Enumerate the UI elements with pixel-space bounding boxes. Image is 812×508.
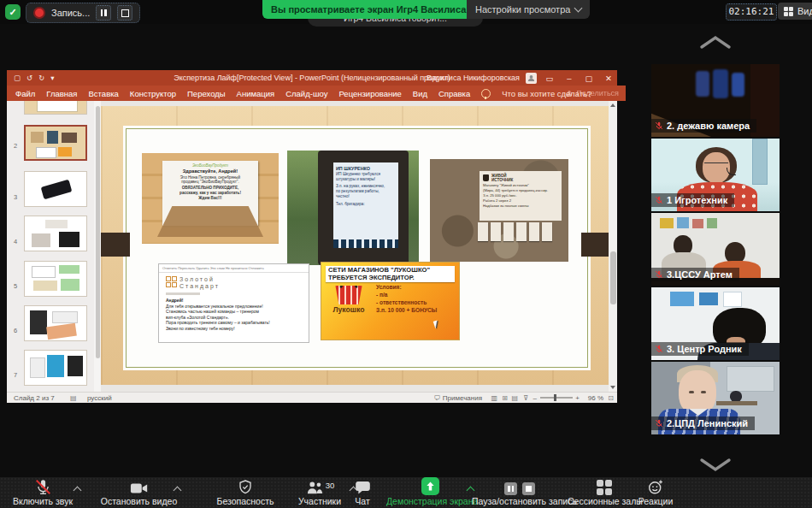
fit-to-window-icon[interactable]: ⊡ [608, 394, 614, 402]
security-shield-icon[interactable]: ✓ [5, 4, 21, 20]
meeting-timer: 02:16:21 [726, 3, 777, 21]
tab-view[interactable]: Вид [413, 89, 427, 98]
tab-help[interactable]: Справка [438, 89, 470, 98]
zoom-slider-thumb[interactable] [554, 394, 556, 401]
scrollbar-thumb[interactable] [610, 251, 616, 304]
recording-indicator: Запись... [26, 3, 140, 23]
notes-button[interactable]: 🗩 Примечания [434, 394, 482, 402]
muted-mic-icon [34, 479, 52, 495]
stop-recording-button[interactable] [117, 5, 132, 21]
normal-view-icon[interactable]: ▥ [491, 394, 497, 402]
record-dot-icon [33, 7, 45, 19]
video-thumbnail[interactable]: 2.ЦПД Ленинский [651, 362, 780, 434]
email-toolbar: Ответить Переслать Удалить Это спам Не п… [159, 264, 309, 273]
slide-thumbnail-3[interactable] [24, 171, 87, 207]
tab-home[interactable]: Главная [46, 89, 77, 98]
video-thumbnail[interactable]: 1 Игротехник [651, 139, 780, 211]
slide-thumbnail-7[interactable] [24, 350, 87, 386]
muted-mic-icon [655, 345, 663, 353]
reading-view-icon[interactable]: ▤ [511, 394, 518, 402]
breakout-rooms-icon [597, 480, 612, 495]
slide-thumbnail-1[interactable] [24, 101, 87, 115]
meeting-top-bar: ✓ Запись... Игр4 Василиса говорит... Вы … [0, 0, 812, 24]
quick-access-toolbar[interactable]: ▢ ↺ ↻ ▾ [14, 74, 55, 82]
zoom-in-button[interactable]: + [575, 394, 580, 402]
slide-thumbnail-2-selected[interactable] [24, 125, 87, 161]
tear-off-fringe [333, 239, 398, 248]
unmute-button[interactable]: Включить звук [3, 479, 82, 506]
slide-counter: Слайд 2 из 7 [14, 394, 55, 402]
shield-icon [238, 479, 253, 495]
ribbon-tab-bar: Файл Главная Вставка Конструктор Переход… [7, 86, 626, 101]
slide-thumbnail-6[interactable] [24, 305, 87, 341]
scroll-down-arrow[interactable] [610, 386, 615, 389]
zoom-level[interactable]: 96 % [588, 394, 603, 402]
view-button[interactable]: Вид [778, 3, 812, 20]
account-name: Василиса Никифоровская [427, 74, 520, 82]
pause-record-icon[interactable] [504, 482, 517, 495]
reactions-button[interactable]: Реакции [631, 479, 680, 506]
tab-design[interactable]: Конструктор [130, 89, 176, 98]
undo-icon[interactable]: ↺ [26, 74, 32, 82]
slideshow-view-icon[interactable]: ⊽ [523, 394, 528, 402]
close-button[interactable]: ✕ [602, 74, 615, 83]
person-icon [566, 90, 573, 97]
video-thumbnail[interactable]: 3. Центр Родник [651, 287, 780, 360]
share-banner-text: Вы просматриваете экран Игр4 Василиса [271, 4, 466, 15]
tab-insert[interactable]: Вставка [89, 89, 119, 98]
chevron-down-icon [574, 4, 583, 13]
restore-button[interactable]: ▢ [582, 74, 596, 83]
language-indicator[interactable]: русский [87, 394, 112, 402]
security-button[interactable]: Безопасность [208, 479, 283, 506]
video-thumbnail[interactable]: 3.ЦССУ Артем [651, 213, 780, 286]
tab-animations[interactable]: Анимация [237, 89, 275, 98]
participant-name-label: 2.ЦПД Ленинский [651, 416, 755, 430]
stop-record-icon[interactable] [522, 482, 535, 495]
slide-left-clip [101, 233, 130, 257]
slide-image-bulletin-ad: ЖИВОЙ ИСТОЧНИК Магазину "Живой источник"… [430, 159, 568, 262]
scroll-up-arrow[interactable] [610, 103, 615, 107]
share-screen-button[interactable]: Демонстрация экрана [386, 479, 474, 506]
chat-button[interactable]: Чат [340, 479, 385, 506]
zoom-out-button[interactable]: – [533, 394, 537, 402]
editor-scrollbar[interactable] [609, 101, 617, 392]
cup-logo-icon [483, 174, 489, 181]
scroll-participants-up-chevron[interactable] [697, 32, 734, 51]
person-icon [527, 74, 535, 82]
powerpoint-title-bar: ▢ ↺ ↻ ▾ Экспертиза Лайф[Protected View] … [7, 70, 617, 86]
participants-count: 30 [326, 481, 335, 490]
slide-thumbnail-4[interactable] [24, 216, 87, 251]
tab-transitions[interactable]: Переходы [187, 89, 226, 98]
participant-name-label: 1 Игротехник [651, 193, 734, 207]
customize-qat-icon[interactable]: ▾ [50, 74, 54, 82]
slide-editor-area: ЭкоБиоВауПродукт Здравствуйте, Андрей! Э… [101, 101, 609, 392]
zoom-slider[interactable] [540, 397, 573, 399]
ribbon-display-options-icon[interactable]: ▭ [543, 74, 556, 83]
accessibility-icon[interactable]: ▤ [70, 394, 77, 402]
save-icon[interactable]: ▢ [14, 74, 21, 82]
participant-name-label: 3.ЦССУ Артем [651, 268, 739, 281]
powerpoint-status-bar: Слайд 2 из 7 ▤ русский 🗩 Примечания ▥ ⊞ … [7, 392, 617, 403]
redo-icon[interactable]: ↻ [38, 74, 44, 82]
video-thumbnail[interactable]: 2. дежавю камера [651, 64, 780, 137]
slide-thumbnail-5[interactable] [24, 261, 87, 297]
slide-thumbnail-panel: 2 3 4 5 [7, 101, 101, 392]
pause-recording-button[interactable] [96, 5, 111, 21]
minimize-button[interactable]: – [562, 74, 576, 83]
scroll-participants-down-chevron[interactable] [697, 456, 734, 475]
zoom-meeting-window: ✓ Запись... Игр4 Василиса говорит... Вы … [0, 0, 812, 508]
reactions-smiley-icon [647, 479, 664, 495]
view-options-dropdown[interactable]: Настройки просмотра [467, 0, 590, 19]
tab-review[interactable]: Рецензирование [338, 89, 401, 98]
thumbnail-scrollbar[interactable] [94, 101, 101, 392]
current-slide: ЭкоБиоВауПродукт Здравствуйте, Андрей! Э… [101, 106, 609, 385]
share-button[interactable]: Поделиться [566, 89, 619, 97]
email-meta-line [166, 292, 200, 295]
basket-icon [334, 286, 363, 304]
pause-stop-recording-button[interactable]: Пауза/остановить запись [472, 479, 568, 506]
tab-file[interactable]: Файл [15, 89, 35, 98]
tab-slideshow[interactable]: Слайд-шоу [285, 89, 327, 98]
slide-sorter-view-icon[interactable]: ⊞ [502, 394, 508, 402]
stop-video-button[interactable]: Остановить видео [85, 479, 192, 506]
account-avatar[interactable] [526, 73, 537, 84]
